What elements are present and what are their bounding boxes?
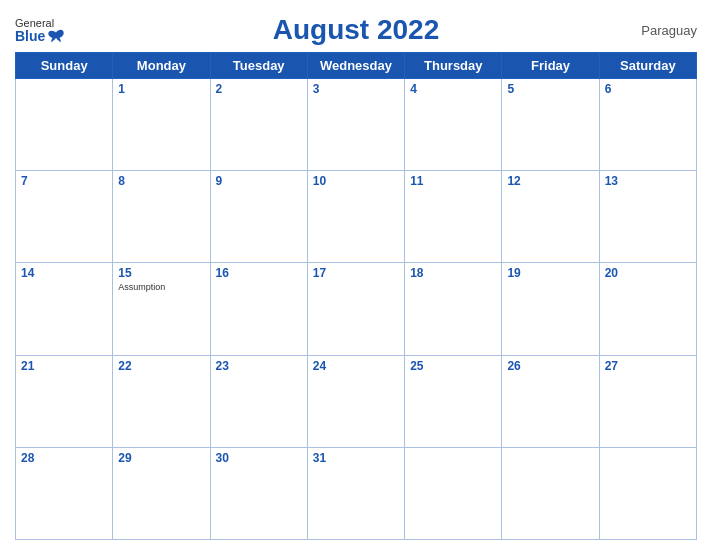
holiday-label: Assumption [118, 282, 204, 292]
day-number: 18 [410, 266, 496, 280]
weekday-header-tuesday: Tuesday [210, 53, 307, 79]
calendar-cell: 2 [210, 79, 307, 171]
calendar-week-1: 78910111213 [16, 171, 697, 263]
calendar-cell: 19 [502, 263, 599, 355]
day-number: 17 [313, 266, 399, 280]
calendar-week-2: 1415Assumption1617181920 [16, 263, 697, 355]
calendar-week-3: 21222324252627 [16, 355, 697, 447]
calendar-cell: 9 [210, 171, 307, 263]
day-number: 28 [21, 451, 107, 465]
day-number: 29 [118, 451, 204, 465]
day-number: 26 [507, 359, 593, 373]
day-number: 22 [118, 359, 204, 373]
calendar-cell: 3 [307, 79, 404, 171]
calendar-cell: 4 [405, 79, 502, 171]
day-number: 1 [118, 82, 204, 96]
weekday-header-friday: Friday [502, 53, 599, 79]
calendar-cell: 12 [502, 171, 599, 263]
logo: General Blue [15, 18, 65, 43]
calendar-cell: 28 [16, 447, 113, 539]
calendar-cell: 27 [599, 355, 696, 447]
calendar-cell: 14 [16, 263, 113, 355]
calendar-cell: 13 [599, 171, 696, 263]
calendar-cell: 6 [599, 79, 696, 171]
calendar-cell: 30 [210, 447, 307, 539]
logo-general: General [15, 18, 54, 29]
calendar-table: SundayMondayTuesdayWednesdayThursdayFrid… [15, 52, 697, 540]
logo-blue: Blue [15, 29, 65, 43]
day-number: 11 [410, 174, 496, 188]
day-number: 27 [605, 359, 691, 373]
calendar-cell: 8 [113, 171, 210, 263]
calendar-header: General Blue August 2022 Paraguay [15, 10, 697, 46]
weekday-header-monday: Monday [113, 53, 210, 79]
calendar-cell [502, 447, 599, 539]
calendar-cell: 15Assumption [113, 263, 210, 355]
calendar-cell: 25 [405, 355, 502, 447]
weekday-header-wednesday: Wednesday [307, 53, 404, 79]
day-number: 10 [313, 174, 399, 188]
calendar-week-0: 123456 [16, 79, 697, 171]
weekday-header-saturday: Saturday [599, 53, 696, 79]
page-title: August 2022 [273, 14, 440, 46]
day-number: 7 [21, 174, 107, 188]
country-label: Paraguay [641, 23, 697, 38]
day-number: 5 [507, 82, 593, 96]
calendar-cell: 21 [16, 355, 113, 447]
day-number: 20 [605, 266, 691, 280]
day-number: 25 [410, 359, 496, 373]
calendar-cell: 31 [307, 447, 404, 539]
calendar-cell [599, 447, 696, 539]
day-number: 14 [21, 266, 107, 280]
day-number: 2 [216, 82, 302, 96]
day-number: 19 [507, 266, 593, 280]
day-number: 4 [410, 82, 496, 96]
calendar-cell: 5 [502, 79, 599, 171]
day-number: 21 [21, 359, 107, 373]
calendar-cell: 11 [405, 171, 502, 263]
weekday-header-sunday: Sunday [16, 53, 113, 79]
calendar-cell: 16 [210, 263, 307, 355]
day-number: 3 [313, 82, 399, 96]
calendar-cell: 17 [307, 263, 404, 355]
calendar-cell: 26 [502, 355, 599, 447]
day-number: 9 [216, 174, 302, 188]
calendar-cell: 29 [113, 447, 210, 539]
calendar-cell: 1 [113, 79, 210, 171]
day-number: 12 [507, 174, 593, 188]
calendar-week-4: 28293031 [16, 447, 697, 539]
calendar-cell: 20 [599, 263, 696, 355]
day-number: 15 [118, 266, 204, 280]
calendar-cell: 23 [210, 355, 307, 447]
day-number: 8 [118, 174, 204, 188]
calendar-cell: 10 [307, 171, 404, 263]
day-number: 23 [216, 359, 302, 373]
calendar-cell: 18 [405, 263, 502, 355]
day-number: 30 [216, 451, 302, 465]
day-number: 6 [605, 82, 691, 96]
calendar-cell [405, 447, 502, 539]
calendar-cell [16, 79, 113, 171]
day-number: 24 [313, 359, 399, 373]
weekday-header-thursday: Thursday [405, 53, 502, 79]
calendar-cell: 7 [16, 171, 113, 263]
day-number: 31 [313, 451, 399, 465]
day-number: 13 [605, 174, 691, 188]
calendar-cell: 22 [113, 355, 210, 447]
calendar-cell: 24 [307, 355, 404, 447]
day-number: 16 [216, 266, 302, 280]
